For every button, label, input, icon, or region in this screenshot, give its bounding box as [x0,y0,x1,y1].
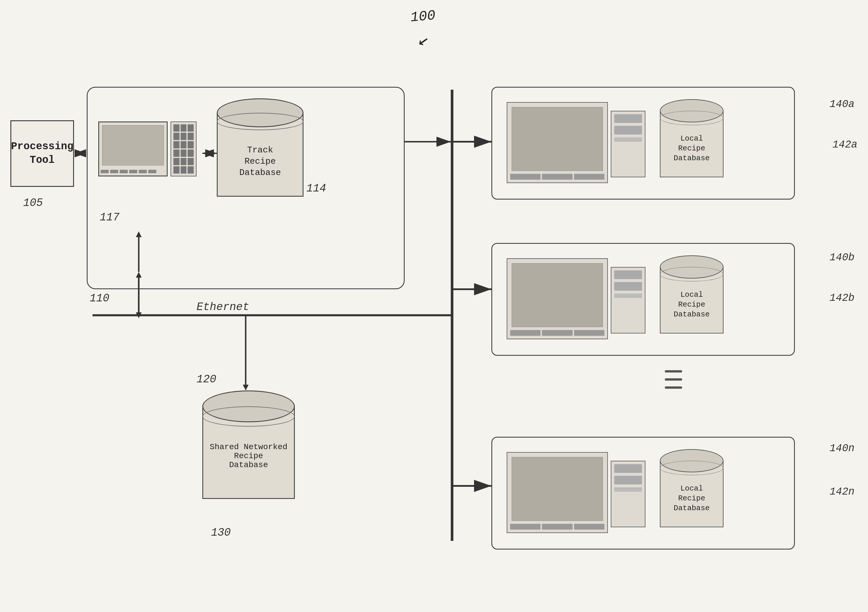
label-142n: 142n [829,486,854,498]
shared-networked-db-label: Shared NetworkedRecipeDatabase [208,443,289,469]
local-recipe-db-n-label: LocalRecipeDatabase [663,484,721,513]
svg-marker-12 [243,385,249,390]
right-workstation-b: LocalRecipeDatabase [491,243,795,356]
label-140n: 140n [829,443,854,454]
track-recipe-db: TrackRecipe Database [217,98,304,202]
figure-number: 100 [410,8,436,25]
right-workstation-a: LocalRecipeDatabase [491,87,795,200]
label-105: 105 [23,197,43,209]
ethernet-label: Ethernet [197,301,249,313]
processing-tool-box: ProcessingTool [11,120,74,187]
diagram: 100 ↙ ProcessingTool 105 110 117 [0,0,868,612]
label-120: 120 [197,373,216,385]
processing-tool-label: ProcessingTool [11,140,73,167]
shared-networked-db: Shared NetworkedRecipeDatabase [202,390,295,506]
label-110: 110 [90,292,109,304]
label-114: 114 [306,182,326,195]
label-140a: 140a [829,98,854,110]
dots-indicator [665,370,682,389]
label-117: 117 [100,211,119,224]
local-recipe-db-n: LocalRecipeDatabase [660,449,724,533]
label-130: 130 [211,527,231,539]
side-panel-grid [170,121,197,176]
svg-marker-7 [136,312,142,318]
right-workstation-n: LocalRecipeDatabase [491,437,795,550]
figure-arrow: ↙ [417,28,431,51]
local-recipe-db-b-label: LocalRecipeDatabase [663,290,721,319]
local-recipe-db-a-label: LocalRecipeDatabase [663,134,721,163]
local-recipe-db-b: LocalRecipeDatabase [660,255,724,339]
label-142b: 142b [829,292,854,304]
label-140b: 140b [829,252,854,264]
track-recipe-db-label: TrackRecipe Database [223,144,298,179]
dot-2 [665,378,682,381]
label-142a: 142a [832,139,857,151]
dot-3 [665,387,682,389]
workstation-monitor [98,121,167,176]
local-recipe-db-a: LocalRecipeDatabase [660,99,724,183]
dot-1 [665,370,682,373]
